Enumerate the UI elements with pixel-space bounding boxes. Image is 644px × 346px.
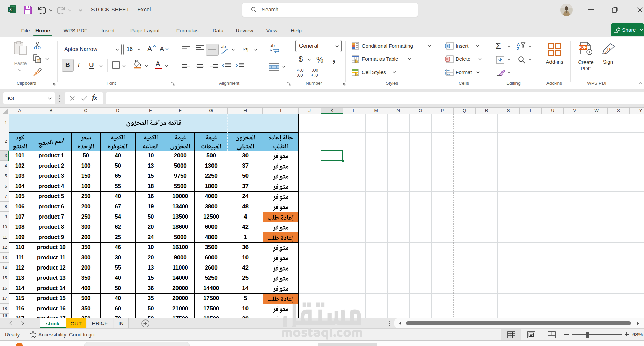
svg-text:.00: .00 — [297, 73, 303, 78]
svg-text:.0: .0 — [314, 73, 318, 78]
svg-text:A: A — [517, 42, 520, 46]
svg-text:X: X — [9, 7, 12, 12]
svg-text:.00: .00 — [312, 68, 318, 73]
svg-text:Z: Z — [517, 47, 519, 50]
svg-text:.0: .0 — [300, 68, 303, 73]
svg-text:PDF: PDF — [579, 45, 587, 49]
svg-text:¶: ¶ — [245, 47, 249, 53]
